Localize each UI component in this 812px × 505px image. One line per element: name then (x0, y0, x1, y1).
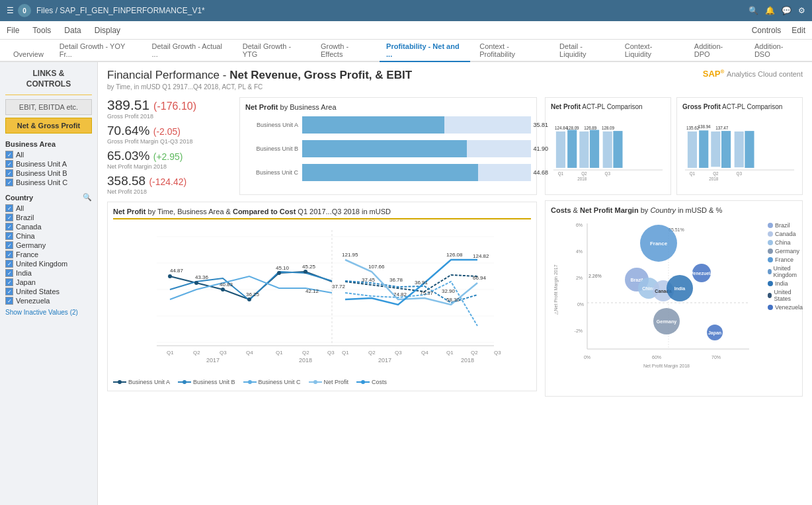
edit-link[interactable]: Edit (792, 26, 805, 35)
ba-unit-a[interactable]: Business Unit A (5, 160, 92, 168)
legend-china-label: China (775, 239, 791, 246)
legend-unit-a: Business Unit A (113, 379, 170, 385)
svg-text:Net Profit Margin 2018: Net Profit Margin 2018 (643, 364, 690, 369)
svg-text:2%: 2% (576, 276, 583, 280)
chat-icon[interactable]: 💬 (782, 6, 792, 15)
ba-all-checkbox[interactable] (5, 151, 13, 159)
tab-profitability[interactable]: Profitability - Net and ... (380, 40, 470, 62)
legend-china-dot (768, 240, 773, 245)
legend-venezuela-dot (768, 305, 773, 310)
tab-context-liquidity[interactable]: Context- Liquidity (618, 40, 685, 62)
svg-text:37.72: 37.72 (332, 284, 346, 290)
svg-text:36.78: 36.78 (389, 277, 403, 283)
country-brazil-cb[interactable] (5, 214, 13, 221)
legend-brazil-label: Brazil (775, 222, 790, 229)
user-avatar[interactable]: 0 (18, 4, 31, 17)
country-venezuela[interactable]: Venezuela (5, 297, 92, 305)
tab-detail-liquidity[interactable]: Detail - Liquidity (553, 40, 616, 62)
show-inactive-link[interactable]: Show Inactive Values (2) (5, 309, 92, 316)
country-china[interactable]: China (5, 232, 92, 240)
ba-all[interactable]: All (5, 151, 92, 159)
country-japan-cb[interactable] (5, 278, 13, 286)
controls-link[interactable]: Controls (752, 26, 782, 35)
sidebar-divider (5, 95, 92, 95)
menu-item-data[interactable]: Data (64, 26, 81, 35)
country-france-cb[interactable] (5, 251, 13, 258)
bell-icon[interactable]: 🔔 (765, 6, 775, 15)
kpi-gpm-value: 70.64% (-2.05) (107, 124, 233, 138)
legend-net-profit: Net Profit (309, 379, 349, 385)
country-search-icon[interactable]: 🔍 (83, 193, 92, 202)
svg-text:△Net Profit Margin 2017: △Net Profit Margin 2017 (553, 264, 559, 314)
hbar-c-fill (302, 164, 478, 181)
svg-text:Q2: Q2 (471, 350, 478, 356)
svg-text:Q1: Q1 (276, 350, 283, 356)
svg-text:2017: 2017 (378, 357, 391, 364)
legend-a-label: Business Unit A (128, 379, 170, 385)
search-icon[interactable]: 🔍 (749, 6, 758, 15)
country-all[interactable]: All (5, 204, 92, 212)
svg-point-32 (304, 270, 307, 274)
country-brazil[interactable]: Brazil (5, 214, 92, 221)
country-france[interactable]: France (5, 251, 92, 258)
line-chart-legend: Business Unit A Business Unit B Business… (113, 379, 531, 385)
country-germany-cb[interactable] (5, 241, 13, 249)
menu-icon[interactable]: ☰ (7, 6, 14, 15)
svg-point-31 (277, 271, 281, 275)
settings-icon[interactable]: ⚙ (798, 6, 805, 15)
tab-growth-effects[interactable]: Growth - Effects (314, 40, 377, 62)
country-us[interactable]: United States (5, 288, 92, 295)
country-title: Country (5, 194, 33, 202)
tab-detail-growth-actual[interactable]: Detail Growth - Actual ... (145, 40, 233, 62)
kpi-np-value: 358.58 (-124.42) (107, 174, 233, 188)
ebit-button[interactable]: EBIT, EBITDA etc. (5, 99, 92, 115)
hbar-a-fill (302, 116, 444, 134)
country-japan[interactable]: Japan (5, 278, 92, 286)
np-act-pl-chart: 124.84 128.09 126.89 128.09 (551, 114, 665, 187)
country-canada-cb[interactable] (5, 223, 13, 231)
ba-unit-a-checkbox[interactable] (5, 160, 13, 168)
country-venezuela-cb[interactable] (5, 297, 13, 305)
svg-text:58.30: 58.30 (446, 297, 460, 303)
country-china-cb[interactable] (5, 232, 13, 240)
ba-unit-b-checkbox[interactable] (5, 169, 13, 177)
country-india[interactable]: India (5, 269, 92, 277)
kpi-gp-label: Gross Profit 2018 (107, 113, 233, 120)
country-canada[interactable]: Canada (5, 223, 92, 231)
tab-addition-dso[interactable]: Addition- DSO (748, 40, 805, 62)
country-india-cb[interactable] (5, 269, 13, 277)
country-germany[interactable]: Germany (5, 241, 92, 249)
svg-text:128.09: 128.09 (566, 126, 579, 130)
tab-detail-growth-ytg[interactable]: Detail Growth - YTG (236, 40, 311, 62)
svg-text:Q1: Q1 (342, 350, 349, 356)
tab-context-profitability[interactable]: Context - Profitability (473, 40, 550, 62)
country-all-cb[interactable] (5, 204, 13, 212)
tab-overview[interactable]: Overview (7, 48, 50, 62)
menu-item-tools[interactable]: Tools (32, 26, 51, 35)
svg-text:126.89: 126.89 (584, 126, 597, 130)
svg-rect-66 (579, 132, 589, 168)
menu-item-file[interactable]: File (7, 26, 19, 35)
ba-unit-b[interactable]: Business Unit B (5, 169, 92, 177)
svg-rect-77 (688, 132, 697, 168)
ba-unit-c-checkbox[interactable] (5, 178, 13, 186)
country-us-cb[interactable] (5, 288, 13, 295)
legend-unit-b: Business Unit B (178, 379, 235, 385)
ba-unit-b-label: Business Unit B (16, 169, 67, 177)
net-gross-profit-button[interactable]: Net & Gross Profit (5, 118, 92, 134)
svg-rect-84 (745, 131, 754, 168)
tab-addition-dpo[interactable]: Addition- DPO (688, 40, 745, 62)
svg-point-56 (248, 380, 252, 384)
legend-canada: Canada (768, 231, 803, 237)
menu-item-display[interactable]: Display (95, 26, 120, 35)
tab-detail-growth-yoy[interactable]: Detail Growth - YOY Fr... (53, 40, 143, 62)
svg-text:Q2: Q2 (368, 350, 376, 356)
svg-text:2018: 2018 (577, 176, 587, 181)
ba-unit-c[interactable]: Business Unit C (5, 178, 92, 186)
hbar-c-label: Business Unit C (245, 169, 298, 176)
country-uk-cb[interactable] (5, 260, 13, 268)
country-uk[interactable]: United Kingdom (5, 260, 92, 268)
svg-rect-69 (603, 132, 612, 168)
hbar-a-value: 35.81 (533, 122, 548, 128)
legend-france: France (768, 256, 803, 263)
